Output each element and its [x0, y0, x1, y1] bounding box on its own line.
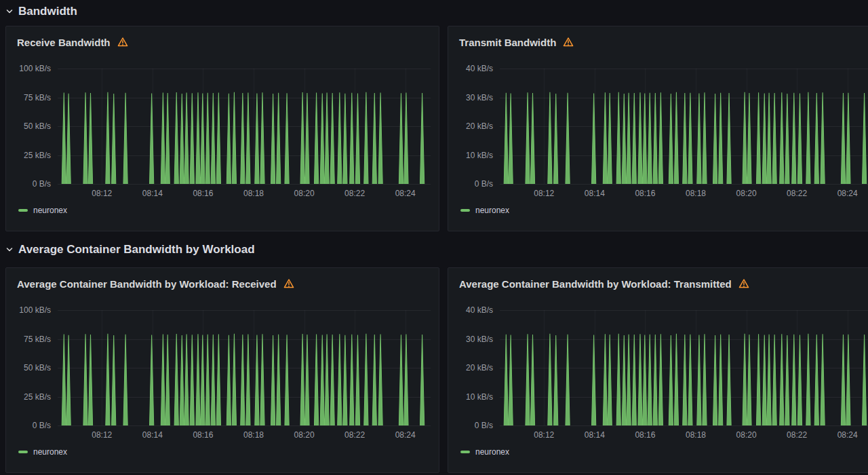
warning-icon[interactable]: [738, 278, 749, 289]
panel-avg-transmitted: Average Container Bandwidth by Workload:…: [448, 267, 868, 473]
x-tick-label: 08:14: [585, 430, 605, 440]
y-tick-label: 75 kB/s: [24, 335, 51, 344]
y-axis: 40 kB/s30 kB/s20 kB/s10 kB/s0 B/s: [456, 69, 500, 184]
legend-series-swatch: [460, 209, 470, 212]
x-tick-label: 08:24: [837, 430, 858, 440]
x-tick-label: 08:16: [635, 189, 655, 198]
chart-plot-area[interactable]: [500, 69, 868, 184]
panel-header: Average Container Bandwidth by Workload:…: [448, 268, 868, 291]
panel-row-avg-container-bandwidth: Average Container Bandwidth by Workload:…: [0, 267, 868, 473]
section-header-avg-container-bandwidth[interactable]: Average Container Bandwidth by Workload: [5, 241, 868, 259]
section-title: Bandwidth: [18, 5, 77, 18]
y-tick-label: 30 kB/s: [466, 335, 493, 344]
x-tick-label: 08:12: [92, 189, 112, 198]
x-tick-label: 08:18: [686, 430, 706, 440]
x-tick-label: 08:24: [395, 189, 416, 198]
x-tick-label: 08:24: [395, 430, 416, 440]
chart-plot-area[interactable]: [500, 310, 868, 425]
x-tick-label: 08:20: [294, 430, 315, 440]
y-tick-label: 20 kB/s: [466, 121, 493, 131]
x-tick-label: 08:22: [344, 189, 365, 198]
legend-item-neuronex[interactable]: neuronex: [460, 447, 509, 457]
legend-item-neuronex[interactable]: neuronex: [18, 447, 67, 457]
x-tick-label: 08:12: [92, 430, 112, 440]
x-tick-label: 08:16: [193, 430, 213, 440]
x-tick-label: 08:12: [534, 189, 554, 198]
x-axis-row: 08:1208:1408:1608:1808:2008:2208:24: [14, 425, 431, 442]
legend-series-label: neuronex: [33, 447, 67, 457]
panel-title[interactable]: Transmit Bandwidth: [459, 37, 556, 48]
x-tick-label: 08:20: [294, 189, 315, 198]
section-header-bandwidth[interactable]: Bandwidth: [5, 3, 868, 20]
series-area: [500, 69, 868, 184]
panel-title[interactable]: Receive Bandwidth: [17, 37, 111, 48]
y-tick-label: 20 kB/s: [466, 363, 493, 373]
x-tick-label: 08:12: [534, 430, 554, 440]
x-axis: 08:1208:1408:1608:1808:2008:2208:24: [58, 425, 431, 442]
y-tick-label: 30 kB/s: [466, 93, 493, 102]
x-tick-label: 08:16: [635, 430, 655, 440]
chart-avg-received: 100 kB/s75 kB/s50 kB/s25 kB/s0 B/s: [14, 310, 431, 425]
x-tick-label: 08:24: [837, 189, 858, 198]
warning-icon[interactable]: [283, 278, 294, 289]
y-tick-label: 50 kB/s: [24, 121, 51, 131]
x-axis-row: 08:1208:1408:1608:1808:2008:2208:24: [14, 184, 431, 200]
y-tick-label: 25 kB/s: [24, 151, 51, 160]
x-axis-row: 08:1208:1408:1608:1808:2008:2208:24: [456, 184, 868, 200]
panel-transmit-bandwidth: Transmit Bandwidth 40 kB/s30 kB/s20 kB/s…: [448, 26, 868, 231]
warning-icon[interactable]: [117, 37, 128, 48]
chart-receive-bandwidth: 100 kB/s75 kB/s50 kB/s25 kB/s0 B/s: [14, 69, 431, 184]
x-tick-label: 08:22: [787, 189, 807, 198]
y-tick-label: 100 kB/s: [19, 64, 51, 73]
panel-row-bandwidth: Receive Bandwidth 100 kB/s75 kB/s50 kB/s…: [0, 26, 868, 231]
y-tick-label: 75 kB/s: [24, 93, 51, 102]
panel-header: Average Container Bandwidth by Workload:…: [6, 268, 439, 291]
legend-series-swatch: [18, 209, 28, 212]
x-tick-label: 08:20: [736, 189, 757, 198]
chevron-down-icon: [5, 7, 14, 16]
chevron-down-icon: [5, 246, 14, 254]
panel-title[interactable]: Average Container Bandwidth by Workload:…: [17, 278, 277, 290]
x-tick-label: 08:20: [736, 430, 757, 440]
x-tick-label: 08:18: [243, 189, 264, 198]
y-tick-label: 0 B/s: [33, 179, 51, 189]
y-axis: 40 kB/s30 kB/s20 kB/s10 kB/s0 B/s: [456, 310, 500, 425]
legend-series-label: neuronex: [33, 206, 67, 215]
legend-item-neuronex[interactable]: neuronex: [18, 206, 67, 215]
panel-header: Transmit Bandwidth: [448, 26, 868, 50]
x-tick-label: 08:14: [585, 189, 605, 198]
x-tick-label: 08:14: [142, 430, 163, 440]
chart-transmit-bandwidth: 40 kB/s30 kB/s20 kB/s10 kB/s0 B/s: [456, 69, 868, 184]
legend-item-neuronex[interactable]: neuronex: [460, 206, 509, 215]
y-tick-label: 10 kB/s: [466, 151, 493, 160]
y-tick-label: 10 kB/s: [466, 392, 493, 402]
y-tick-label: 0 B/s: [33, 421, 51, 430]
x-axis: 08:1208:1408:1608:1808:2008:2208:24: [500, 425, 868, 442]
legend-series-label: neuronex: [475, 206, 509, 215]
panel-title[interactable]: Average Container Bandwidth by Workload:…: [459, 278, 732, 290]
x-tick-label: 08:18: [243, 430, 264, 440]
x-axis-row: 08:1208:1408:1608:1808:2008:2208:24: [456, 425, 868, 442]
y-axis: 100 kB/s75 kB/s50 kB/s25 kB/s0 B/s: [14, 310, 58, 425]
y-tick-label: 40 kB/s: [466, 305, 493, 315]
x-tick-label: 08:16: [193, 189, 213, 198]
y-tick-label: 50 kB/s: [24, 363, 51, 373]
series-area: [500, 310, 868, 425]
chart-plot-area[interactable]: [58, 310, 431, 425]
x-tick-label: 08:18: [686, 189, 706, 198]
y-axis: 100 kB/s75 kB/s50 kB/s25 kB/s0 B/s: [14, 69, 58, 184]
chart-avg-transmitted: 40 kB/s30 kB/s20 kB/s10 kB/s0 B/s: [456, 310, 868, 425]
legend-series-label: neuronex: [475, 447, 509, 457]
legend-series-swatch: [460, 451, 470, 453]
panel-receive-bandwidth: Receive Bandwidth 100 kB/s75 kB/s50 kB/s…: [5, 26, 439, 231]
y-tick-label: 25 kB/s: [24, 392, 51, 402]
x-tick-label: 08:22: [787, 430, 807, 440]
y-tick-label: 40 kB/s: [466, 64, 493, 73]
series-area: [58, 310, 431, 425]
panel-header: Receive Bandwidth: [6, 26, 439, 50]
x-axis: 08:1208:1408:1608:1808:2008:2208:24: [58, 184, 431, 200]
y-tick-label: 0 B/s: [475, 421, 493, 430]
x-tick-label: 08:22: [344, 430, 365, 440]
chart-plot-area[interactable]: [58, 69, 431, 184]
warning-icon[interactable]: [563, 37, 574, 48]
